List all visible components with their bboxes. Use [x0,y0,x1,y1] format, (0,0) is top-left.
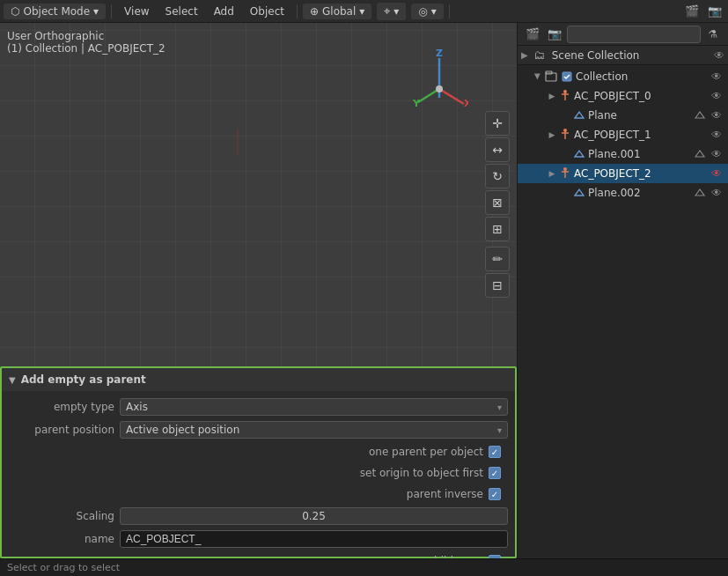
panel-title-bar: ▼ Add empty as parent [2,368,515,391]
tool-measure[interactable]: ⊟ [485,273,510,298]
tool-cursor[interactable]: ✛ [485,111,510,136]
orientation-selector[interactable]: ⊕ Global ▾ [303,4,371,19]
arrow-acpobject1[interactable]: ▶ [546,129,558,141]
scene-collection-expand[interactable]: ▶ [521,50,528,60]
icon-acpobject2 [558,166,572,181]
empty-type-value: Axis [126,401,148,413]
parent-inverse-checkbox[interactable] [489,488,501,500]
use-childname-checkbox[interactable] [489,555,501,558]
orientation-label: Global [322,5,356,18]
use-childname-label: use childname [406,555,483,558]
icon-acpobject1 [558,128,572,142]
scaling-field: 0.25 [120,507,508,525]
tool-move[interactable]: ↔ [485,137,510,162]
render-icon-btn[interactable]: 🎬 [682,2,702,21]
orientation-icon: ⊕ [310,5,319,18]
svg-marker-29 [575,151,584,157]
scaling-label: Scaling [9,510,114,522]
outliner-filter-icon[interactable]: ⚗ [703,25,723,44]
set-origin-checkbox[interactable] [489,467,501,479]
vis-collection[interactable]: 👁 [709,69,724,85]
scene-collection-icon: 🗂 [533,48,545,62]
menu-add[interactable]: Add [207,4,241,19]
tree-item-acpobject1[interactable]: ▶ AC_POBJECT_1 👁 [518,125,728,144]
mode-selector[interactable]: ⬡ Object Mode ▾ [4,4,106,19]
icon-acpobject0 [558,89,572,103]
panel-title: Add empty as parent [21,373,146,386]
svg-point-23 [563,90,567,93]
arrow-collection[interactable]: ▶ [532,70,544,83]
empty-type-dropdown[interactable]: Axis ▾ [120,398,508,416]
scene-collection-vis[interactable]: 👁 [714,49,724,62]
parent-inverse-label: parent inverse [407,488,483,500]
tree-item-collection[interactable]: ▶ Collection 👁 [518,67,728,86]
icon-collection [544,70,558,84]
vis-acpobject0[interactable]: 👁 [709,88,724,104]
empty-type-arrow: ▾ [497,402,502,412]
vis-acpobject2[interactable]: 👁 [709,166,724,181]
viewport-info: User Orthographic (1) Collection | AC_PO… [7,30,165,55]
axis-gizmo[interactable]: Z X Y [411,49,468,107]
svg-point-17 [436,85,443,92]
vis-plane002[interactable]: 👁 [709,185,724,201]
menu-select[interactable]: Select [158,4,205,19]
outliner-icons: 🎬 📷 ⚗ [523,25,723,44]
parent-position-field: Active object position ▾ [120,421,508,439]
svg-point-28 [563,129,567,132]
icon-plane0-extra [693,108,707,122]
icon-plane001 [572,147,586,161]
outliner-scene-icon[interactable]: 🎬 [523,25,542,44]
tree-item-plane0[interactable]: ▶ Plane 👁 [518,106,728,125]
tool-rotate[interactable]: ↻ [485,164,510,188]
viewport-info-line1: User Orthographic [7,30,165,42]
icon-plane002-extra [693,186,707,200]
vis-plane0[interactable]: 👁 [709,107,724,123]
snap-icon: ⌖ [384,4,390,18]
arrow-acpobject2[interactable]: ▶ [546,167,558,180]
add-menu-label: Add [214,5,234,18]
menu-view[interactable]: View [117,4,156,19]
outliner-panel: 🎬 📷 ⚗ ▶ 🗂 Scene Collection 👁 ▶ [517,23,728,558]
svg-text:Y: Y [412,98,421,107]
icon-plane0 [572,108,586,122]
object-menu-label: Object [250,5,284,18]
tool-scale[interactable]: ⊠ [485,190,510,215]
snap-selector[interactable]: ⌖ ▾ [377,3,406,20]
panel-collapse-icon[interactable]: ▼ [9,375,16,385]
use-childname-row: use childname [9,551,508,558]
vis-acpobject1[interactable]: 👁 [709,127,724,143]
scaling-input[interactable]: 0.25 [120,507,508,525]
tool-annotate[interactable]: ✏ [485,247,510,271]
tree-item-plane001[interactable]: ▶ Plane.001 👁 [518,144,728,164]
tree-item-acpobject0[interactable]: ▶ AC_POBJECT_0 👁 [518,86,728,106]
tree-item-plane002[interactable]: ▶ Plane.002 👁 [518,183,728,203]
camera-icon-btn[interactable]: 📷 [705,2,724,21]
proportional-dropdown-icon: ▾ [431,5,437,18]
scene-collection-row[interactable]: ▶ 🗂 Scene Collection 👁 [518,46,728,65]
icon-plane002 [572,186,586,200]
top-menubar: ⬡ Object Mode ▾ View Select Add Object ⊕… [0,0,728,23]
vis-plane001[interactable]: 👁 [709,146,724,162]
tool-transform[interactable]: ⊞ [485,217,510,241]
tree-item-acpobject2[interactable]: ▶ AC_POBJECT_2 👁 [518,164,728,183]
scaling-value: 0.25 [302,510,326,522]
parent-position-dropdown[interactable]: Active object position ▾ [120,421,508,439]
icon-checkbox-collection[interactable] [560,70,574,84]
svg-line-15 [418,89,439,102]
one-parent-checkbox[interactable] [489,446,501,458]
viewport-3d[interactable]: User Orthographic (1) Collection | AC_PO… [0,23,517,558]
name-input[interactable] [120,530,508,548]
outliner-render-icon[interactable]: 📷 [545,25,564,44]
label-plane001: Plane.001 [586,148,693,160]
svg-marker-35 [695,189,704,196]
outliner-tree: ▶ Collection 👁 ▶ AC_POBJECT_0 👁 [518,65,728,558]
one-parent-label: one parent per object [369,446,483,458]
outliner-search[interactable] [567,26,701,43]
arrow-acpobject0[interactable]: ▶ [546,90,558,102]
menu-object[interactable]: Object [243,4,291,19]
empty-type-label: empty type [9,401,114,413]
parent-position-value: Active object position [126,424,239,436]
proportional-selector[interactable]: ◎ ▾ [411,4,444,19]
label-acpobject2: AC_POBJECT_2 [572,167,709,180]
parent-position-label: parent position [9,424,114,436]
